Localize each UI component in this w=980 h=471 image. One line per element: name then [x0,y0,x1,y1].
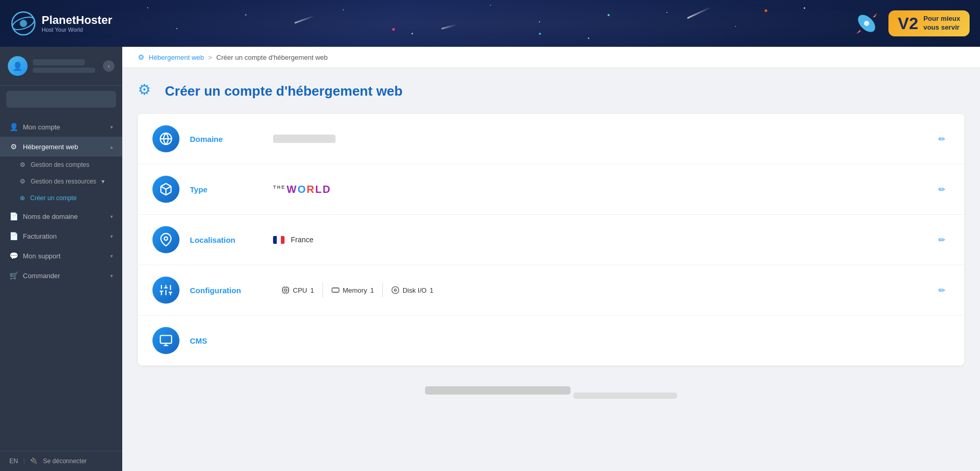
monitor-icon [159,334,173,347]
localisation-label: Localisation [190,236,263,244]
breadcrumb-parent-link[interactable]: Hébergement web [149,54,204,61]
v2-badge: V2 Pour mieux vous servir [888,10,970,36]
configuration-row: Configuration [138,265,964,316]
diskio-config-item: Disk I/O 1 [383,283,442,297]
sidebar-item-gestion-comptes[interactable]: ⚙ Gestion des comptes [0,156,122,173]
cms-bottom-section [138,386,964,411]
plus-circle-icon: ⊕ [20,194,25,202]
nav-label-creer-compte: Créer un compte [30,194,76,202]
sidebar-item-commander[interactable]: 🛒 Commander ▾ [0,266,122,285]
configuration-edit-button[interactable]: ✏ [933,282,950,298]
banner-right: V2 Pour mieux vous servir [851,8,970,39]
localisation-text: France [291,236,314,244]
breadcrumb-icon: ⚙ [138,53,145,61]
user-avatar: 👤 [8,56,28,76]
type-value: THEWORLD [273,184,923,195]
logo-area: PlanetHoster Host Your World [10,10,112,36]
chevron-down-icon3: ▾ [110,233,113,239]
cms-row: CMS ✏ [138,316,964,365]
gear-sub2-icon: ⚙ [20,178,25,185]
cms-label: CMS [190,336,263,345]
logo-tagline: Host Your World [42,27,112,33]
svg-point-31 [392,286,398,293]
type-icon-wrap [152,176,179,203]
localisation-edit-button[interactable]: ✏ [933,231,950,248]
page-header: ⚙ Créer un compte d'hébergement web [138,81,964,101]
domaine-label: Domaine [190,135,263,143]
nav-label-gestion-ressources: Gestion des ressources [31,178,96,185]
cpu-label: CPU [293,286,307,294]
page-header-icon: ⚙ [138,81,158,101]
v2-tagline-line1: Pour mieux [923,15,960,23]
gear-icon: ⚙ [9,142,18,151]
diskio-value: 1 [430,286,433,294]
domaine-row: Domaine ✏ [138,114,964,164]
account-selector-text [11,97,63,102]
sidebar-item-facturation[interactable]: 📄 Facturation ▾ [0,226,122,246]
nav-label-facturation: Facturation [23,232,57,240]
sidebar-item-hebergement-web[interactable]: ⚙ Hébergement web ▴ [0,137,122,156]
nav-label-commander: Commander [23,272,60,280]
gear-sub-icon: ⚙ [20,161,25,168]
domaine-icon-wrap [152,125,179,152]
nav-label-mon-compte: Mon compte [23,123,60,131]
cpu-value: 1 [310,286,314,294]
invoice-icon: 📄 [9,232,18,240]
svg-marker-5 [856,30,860,34]
svg-point-4 [864,21,869,26]
chevron-down-icon: ▾ [110,124,113,130]
content-area: ⚙ Hébergement web > Créer un compte d'hé… [122,47,980,471]
logo-name: PlanetHoster [42,14,112,27]
chevron-down-icon2: ▾ [110,214,113,219]
svg-rect-21 [285,289,287,291]
sidebar-collapse-button[interactable]: ‹ [103,60,114,72]
domain-blurred-text [273,135,336,143]
breadcrumb: ⚙ Hébergement web > Créer un compte d'hé… [122,47,980,68]
lang-button[interactable]: EN [9,457,18,465]
nav-label-noms-domaine: Noms de domaine [23,213,78,220]
chat-icon: 💬 [9,252,18,260]
map-pin-icon [159,233,173,246]
breadcrumb-separator: > [208,54,212,61]
sidebar-footer: EN | 🔌 Se déconnecter [0,451,122,471]
cms-icon-wrap [152,327,179,354]
cms-bottom-blurred-line2 [573,392,677,399]
configuration-value: CPU 1 [273,283,923,297]
svg-point-2 [20,20,27,27]
logout-button[interactable]: Se déconnecter [43,457,87,465]
nav-label-mon-support: Mon support [23,252,60,260]
domaine-edit-button[interactable]: ✏ [933,130,950,147]
memory-value: 1 [370,286,374,294]
svg-point-32 [394,289,396,291]
sidebar-item-creer-compte[interactable]: ⊕ Créer un compte [0,190,122,206]
type-edit-button[interactable]: ✏ [933,181,950,198]
globe-icon [159,132,173,146]
localisation-icon-wrap [152,226,179,253]
sidebar-item-noms-domaine[interactable]: 📄 Noms de domaine ▾ [0,206,122,226]
sidebar-nav: 👤 Mon compte ▾ ⚙ Hébergement web ▴ ⚙ Ges… [0,113,122,451]
person-icon: 👤 [9,123,18,131]
user-sub-blurred [33,68,95,73]
footer-separator: | [23,457,25,465]
sidebar-user-section: 👤 ‹ [0,47,122,86]
user-info [33,59,98,73]
svg-rect-33 [160,335,172,343]
sidebar: 👤 ‹ 👤 Mon compte ▾ ⚙ Hébergement web ▴ [0,47,122,471]
diskio-label: Disk I/O [403,286,427,294]
rocket-icon [851,8,882,39]
memory-icon [331,286,340,294]
cpu-icon [281,286,290,294]
account-selector[interactable] [6,91,116,108]
cpu-config-item: CPU 1 [273,283,323,297]
chevron-up-icon: ▴ [110,144,113,150]
sidebar-item-gestion-ressources[interactable]: ⚙ Gestion des ressources ▾ [0,173,122,190]
page-content: ⚙ Créer un compte d'hébergement web Doma… [122,68,980,424]
page-title: Créer un compte d'hébergement web [165,83,403,99]
disk-icon [391,286,399,294]
sidebar-item-mon-compte[interactable]: 👤 Mon compte ▾ [0,117,122,137]
sidebar-item-mon-support[interactable]: 💬 Mon support ▾ [0,246,122,266]
breadcrumb-current: Créer un compte d'hébergement web [216,54,328,61]
svg-rect-30 [332,288,339,292]
domaine-value [273,135,923,143]
world-logo-text: THEWORLD [273,184,331,195]
